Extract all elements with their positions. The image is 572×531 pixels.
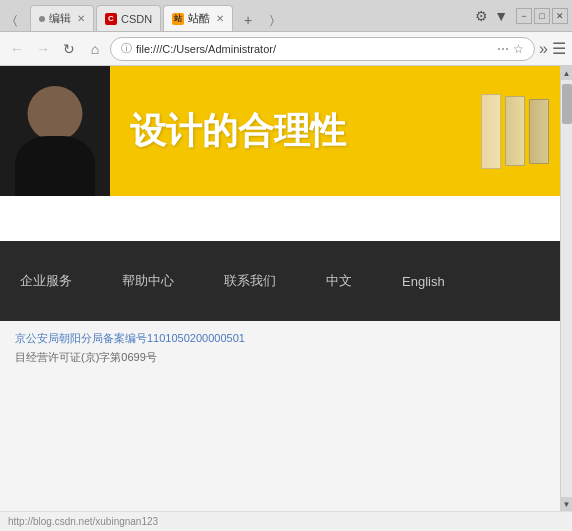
reload-button[interactable]: ↻ [58,38,80,60]
extensions-button[interactable]: » [539,40,548,58]
tab-edit-label: 编辑 [49,11,71,26]
zhankoo-favicon: 站 [172,13,184,25]
scrollbar-down-button[interactable]: ▼ [561,497,572,511]
footer-link-chinese[interactable]: 中文 [326,272,352,290]
content-area: 设计的合理性 [0,66,572,511]
back-button[interactable]: ← [6,38,28,60]
footer-license-line2: 目经营许可证(京)字第0699号 [15,350,545,365]
tab-bar: 〈 编辑 ✕ C CSDN 站 站酷 ✕ + 〉 [4,0,475,31]
tab-forward-button[interactable]: 〉 [261,9,283,31]
settings-icon[interactable]: ⚙ [475,8,488,24]
url-more-button[interactable]: ⋯ [497,42,509,56]
footer-link-help[interactable]: 帮助中心 [122,272,174,290]
banner-books [470,81,560,181]
footer-icp-link[interactable]: 京公安局朝阳分局备案编号1101050200000501 [15,332,245,344]
footer-link-enterprise[interactable]: 企业服务 [20,272,72,290]
middle-spacer [0,221,560,241]
scrollbar-track: ▲ ▼ [560,66,572,511]
csdn-favicon: C [105,13,117,25]
footer-link-english[interactable]: English [402,274,445,289]
tab-zhankoo-close-icon[interactable]: ✕ [216,13,224,24]
footer-link-contact[interactable]: 联系我们 [224,272,276,290]
footer-nav: 企业服务 帮助中心 联系我们 中文 English [0,241,560,321]
scrollbar-thumb[interactable] [562,84,572,124]
browser-frame: 〈 编辑 ✕ C CSDN 站 站酷 ✕ + 〉 [0,0,572,531]
restore-button[interactable]: □ [534,8,550,24]
footer-icp-line1: 京公安局朝阳分局备案编号1101050200000501 [15,331,545,346]
close-button[interactable]: ✕ [552,8,568,24]
bookmark-star-icon[interactable]: ☆ [513,42,524,56]
book-1 [480,91,501,171]
footer-bottom: 京公安局朝阳分局备案编号1101050200000501 目经营许可证(京)字第… [0,321,560,381]
tab-dot-icon [39,16,45,22]
page: 设计的合理性 [0,66,560,511]
banner-person-image [0,66,110,196]
book-2 [504,91,525,171]
new-tab-button[interactable]: + [237,9,259,31]
toolbar-right: » ☰ [539,39,566,58]
tab-zhankoo[interactable]: 站 站酷 ✕ [163,5,233,31]
white-separator [0,196,560,221]
address-bar: ← → ↻ ⌂ ⓘ file:///C:/Users/Administrator… [0,32,572,66]
nav-icons: ⚙ ▼ [475,8,516,24]
tab-edit[interactable]: 编辑 ✕ [30,5,94,31]
book-3 [529,91,550,171]
menu-button[interactable]: ☰ [552,39,566,58]
footer-nav-links: 企业服务 帮助中心 联系我们 中文 English [20,272,445,290]
dropdown-icon[interactable]: ▼ [494,8,508,24]
banner: 设计的合理性 [0,66,560,196]
url-actions: ⋯ ☆ [497,42,524,56]
url-text: file:///C:/Users/Administrator/ [136,43,493,55]
tab-back-button[interactable]: 〈 [4,9,26,31]
tab-zhankoo-label: 站酷 [188,11,210,26]
status-bar: http://blog.csdn.net/xubingnan123 [0,511,572,531]
scrollbar-up-button[interactable]: ▲ [561,66,572,80]
status-url: http://blog.csdn.net/xubingnan123 [8,516,158,527]
forward-button[interactable]: → [32,38,54,60]
home-button[interactable]: ⌂ [84,38,106,60]
tab-close-icon[interactable]: ✕ [77,13,85,24]
minimize-button[interactable]: − [516,8,532,24]
tab-csdn[interactable]: C CSDN [96,5,161,31]
info-icon: ⓘ [121,41,132,56]
url-box[interactable]: ⓘ file:///C:/Users/Administrator/ ⋯ ☆ [110,37,535,61]
window-controls: − □ ✕ [516,8,568,24]
tab-csdn-label: CSDN [121,13,152,25]
title-bar: 〈 编辑 ✕ C CSDN 站 站酷 ✕ + 〉 [0,0,572,32]
banner-text: 设计的合理性 [110,107,470,156]
